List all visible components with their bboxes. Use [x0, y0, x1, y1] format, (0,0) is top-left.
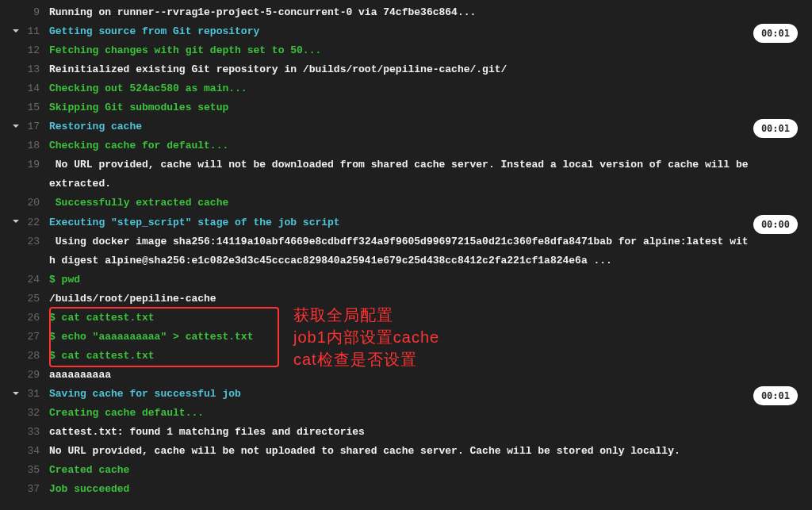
line-number: 31 — [24, 385, 49, 404]
line-text: Checking out 524ac580 as main... — [49, 79, 804, 98]
line-number: 14 — [24, 79, 49, 98]
line-text: Restoring cache — [49, 117, 804, 136]
line-text: Checking cache for default... — [49, 136, 804, 155]
line-text: Getting source from Git repository — [49, 22, 804, 41]
line-number: 19 — [24, 155, 49, 174]
log-line-14: 14Checking out 524ac580 as main... — [0, 79, 812, 98]
log-line-22: 22Executing "step_script" stage of the j… — [0, 213, 812, 232]
chevron-down-icon[interactable] — [8, 117, 24, 135]
line-text: No URL provided, cache will not be downl… — [49, 155, 804, 194]
line-text: Successfully extracted cache — [49, 194, 804, 213]
line-text: Fetching changes with git depth set to 5… — [49, 41, 804, 60]
log-line-37: 37Job succeeded — [0, 480, 812, 499]
line-text: Running on runner--rvrag1e-project-5-con… — [49, 3, 804, 22]
annotation-line-1: 获取全局配置 — [293, 304, 439, 326]
line-number: 29 — [24, 366, 49, 385]
line-number: 13 — [24, 60, 49, 79]
log-line-13: 13Reinitialized existing Git repository … — [0, 60, 812, 79]
log-line-23: 23 Using docker image sha256:14119a10abf… — [0, 232, 812, 270]
line-text: Executing "step_script" stage of the job… — [49, 213, 804, 232]
line-text: Job succeeded — [49, 480, 804, 499]
log-line-12: 12Fetching changes with git depth set to… — [0, 41, 812, 60]
line-number: 18 — [24, 136, 49, 155]
line-number: 25 — [24, 290, 49, 309]
log-line-33: 33cattest.txt: found 1 matching files an… — [0, 423, 812, 442]
line-text: Created cache — [49, 461, 804, 480]
line-text: Skipping Git submodules setup — [49, 98, 804, 117]
log-line-20: 20 Successfully extracted cache — [0, 194, 812, 213]
log-line-9: 9Running on runner--rvrag1e-project-5-co… — [0, 3, 812, 22]
line-text: Saving cache for successful job — [49, 385, 804, 404]
log-line-34: 34No URL provided, cache will be not upl… — [0, 442, 812, 461]
log-line-19: 19 No URL provided, cache will not be do… — [0, 155, 812, 194]
section-timer: 00:01 — [753, 24, 798, 43]
line-text: Using docker image sha256:14119a10abf466… — [49, 232, 804, 270]
line-number: 33 — [24, 423, 49, 442]
line-number: 35 — [24, 461, 49, 480]
chevron-down-icon[interactable] — [8, 213, 24, 231]
line-number: 23 — [24, 232, 49, 251]
line-number: 15 — [24, 98, 49, 117]
line-text: Reinitialized existing Git repository in… — [49, 60, 804, 79]
log-line-11: 11Getting source from Git repository00:0… — [0, 22, 812, 41]
annotation-text: 获取全局配置job1内部设置cachecat检查是否设置 — [293, 304, 439, 370]
section-timer: 00:00 — [753, 215, 798, 234]
log-line-18: 18Checking cache for default... — [0, 136, 812, 155]
line-number: 26 — [24, 309, 49, 328]
section-timer: 00:01 — [753, 119, 798, 138]
chevron-down-icon[interactable] — [8, 385, 24, 402]
line-text: No URL provided, cache will be not uploa… — [49, 442, 804, 461]
log-container: 9Running on runner--rvrag1e-project-5-co… — [0, 3, 812, 499]
line-number: 12 — [24, 41, 49, 60]
line-text: cattest.txt: found 1 matching files and … — [49, 423, 804, 442]
log-line-31: 31Saving cache for successful job00:01 — [0, 385, 812, 404]
line-number: 28 — [24, 347, 49, 366]
chevron-down-icon[interactable] — [8, 22, 24, 40]
annotation-line-3: cat检查是否设置 — [293, 348, 439, 370]
log-line-24: 24$ pwd — [0, 270, 812, 290]
log-line-32: 32Creating cache default... — [0, 404, 812, 423]
annotation-line-2: job1内部设置cache — [293, 326, 439, 348]
line-text: $ pwd — [49, 270, 804, 290]
line-number: 11 — [24, 22, 49, 41]
line-number: 24 — [24, 270, 49, 290]
section-timer: 00:01 — [753, 386, 798, 405]
line-number: 32 — [24, 404, 49, 423]
log-line-17: 17Restoring cache00:01 — [0, 117, 812, 136]
line-number: 20 — [24, 194, 49, 213]
line-text: Creating cache default... — [49, 404, 804, 423]
line-number: 37 — [24, 480, 49, 499]
log-line-35: 35Created cache — [0, 461, 812, 480]
line-number: 22 — [24, 213, 49, 232]
line-number: 27 — [24, 328, 49, 347]
line-number: 17 — [24, 117, 49, 136]
line-number: 9 — [24, 3, 49, 22]
log-line-15: 15Skipping Git submodules setup — [0, 98, 812, 117]
line-number: 34 — [24, 442, 49, 461]
